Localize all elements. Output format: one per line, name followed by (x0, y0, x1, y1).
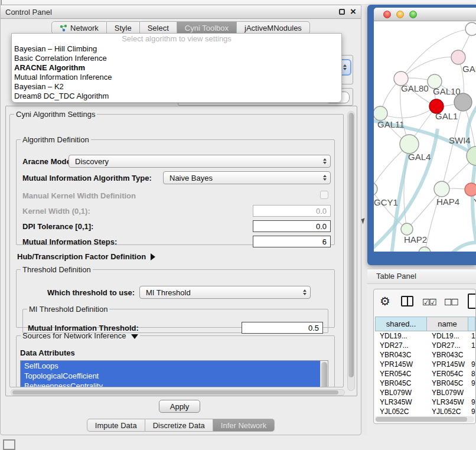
aracne-mode-select[interactable]: Discovery (69, 155, 331, 168)
expand-arrow-icon[interactable] (151, 253, 155, 260)
export-table-icon[interactable] (468, 294, 476, 309)
mi-algorithm-type-select[interactable]: Naive Bayes (163, 171, 331, 184)
network-canvas[interactable]: GALGAL80GAL10GAL1GAL11SWI4GAL4GCY1HAP4YH… (374, 21, 476, 252)
table-cell[interactable]: 8. (468, 369, 475, 379)
select-all-checkboxes-icon[interactable]: ☑☑ (422, 297, 436, 308)
table-cell[interactable]: YBR043C (375, 350, 427, 360)
table-cell[interactable]: YDL19... (427, 331, 468, 341)
list-item-selected[interactable]: SelfLoops (21, 361, 320, 371)
dpi-tolerance-input[interactable] (253, 220, 331, 232)
table-row[interactable]: YDR27...YDR27...12 (375, 341, 475, 350)
dropdown-option[interactable]: Bayesian – K2 (12, 82, 341, 92)
table-row[interactable]: YBR045CYBR045C9. (375, 379, 475, 388)
table-cell[interactable]: YPR145W (427, 360, 468, 369)
network-node[interactable] (374, 182, 377, 195)
table-horizontal-scrollbar[interactable] (375, 416, 474, 422)
network-node[interactable] (374, 106, 387, 120)
table-row[interactable]: YLR345WYLR345W9. (375, 397, 475, 407)
settings-vertical-scrollbar[interactable] (347, 111, 355, 391)
table-cell[interactable]: 9. (468, 397, 475, 407)
table-cell[interactable]: YJL052C (375, 407, 427, 416)
tab-cyni-toolbox[interactable]: Cyni Toolbox (177, 21, 237, 34)
table-cell[interactable]: 13 (468, 331, 475, 341)
table-cell[interactable]: YDL19... (375, 331, 427, 341)
list-scrollbar[interactable] (320, 361, 328, 387)
list-item-selected[interactable]: TopologicalCoefficient (21, 371, 320, 381)
hub-definition-section[interactable]: Hub/Transcription Factor Definition (17, 252, 155, 261)
dropdown-option-selected[interactable]: ARACNE Algorithm (12, 63, 341, 73)
close-traffic-light-icon[interactable] (383, 11, 391, 18)
column-header-clipped[interactable] (468, 317, 475, 331)
settings-horizontal-scrollbar[interactable] (11, 389, 345, 396)
network-node[interactable] (434, 181, 449, 197)
table-cell[interactable] (468, 350, 475, 360)
network-node[interactable] (401, 223, 413, 235)
scrollbar-thumb[interactable] (376, 417, 467, 422)
network-graph[interactable]: GALGAL80GAL10GAL1GAL11SWI4GAL4GCY1HAP4YH… (374, 21, 476, 252)
column-layout-icon[interactable] (401, 296, 413, 306)
table-cell[interactable]: YLR345W (427, 397, 468, 407)
float-window-icon[interactable] (339, 9, 345, 15)
deselect-all-checkboxes-icon[interactable]: ☐☐ (444, 297, 458, 308)
scrollbar-thumb[interactable] (12, 390, 338, 394)
table-cell[interactable]: 12 (468, 341, 475, 350)
floating-panel-icon[interactable] (3, 439, 15, 450)
table-cell[interactable]: YLR345W (375, 397, 427, 407)
dropdown-option[interactable]: Dream8 DC_TDC Algorithm (12, 92, 341, 101)
which-threshold-select[interactable]: MI Threshold (139, 286, 311, 299)
tab-style[interactable]: Style (107, 21, 140, 34)
window-titlebar[interactable] (374, 8, 476, 21)
kernel-width-input[interactable] (253, 205, 331, 217)
data-attributes-list[interactable]: SelfLoops TopologicalCoefficient Between… (20, 360, 328, 387)
table-cell[interactable]: YDR27... (375, 341, 427, 350)
network-edge[interactable] (380, 106, 436, 118)
dropdown-option[interactable]: Bayesian – Hill Climbing (12, 44, 341, 54)
dropdown-option[interactable]: Basic Correlation Inference (12, 54, 341, 63)
zoom-traffic-light-icon[interactable] (409, 11, 417, 18)
network-node[interactable] (465, 22, 476, 35)
tab-discretize-data[interactable]: Discretize Data (145, 419, 213, 432)
table-row[interactable]: YJL052CYJL052C9 (375, 407, 475, 416)
network-edge[interactable] (374, 189, 407, 229)
network-node[interactable] (419, 247, 431, 252)
mi-steps-input[interactable] (253, 236, 331, 247)
table-cell[interactable]: 9. (468, 379, 475, 388)
manual-kernel-width-checkbox[interactable] (320, 191, 328, 199)
column-header-shared-name[interactable]: shared... (375, 317, 427, 331)
close-icon[interactable]: × (350, 6, 356, 18)
network-edge-thick[interactable] (449, 243, 476, 252)
table-cell[interactable]: YPR145W (375, 360, 427, 369)
tab-impute-data[interactable]: Impute Data (87, 419, 145, 432)
dropdown-option[interactable]: Mutual Information Inference (12, 73, 341, 82)
scrollbar-thumb[interactable] (348, 113, 354, 377)
network-node[interactable] (465, 183, 476, 196)
scrollbar-thumb[interactable] (321, 362, 327, 387)
table-row[interactable]: YPR145WYPR145W9. (375, 360, 475, 369)
table-cell[interactable]: YBR045C (427, 379, 468, 388)
tab-select[interactable]: Select (140, 21, 177, 34)
tab-network[interactable]: Network (51, 21, 107, 34)
table-cell[interactable]: 9 (468, 407, 475, 416)
table-row[interactable]: YER054CYER054C8. (375, 369, 475, 379)
collapse-arrow-icon[interactable] (131, 334, 138, 339)
table-cell[interactable]: YBL079W (375, 388, 427, 397)
network-view-window[interactable]: GALGAL80GAL10GAL1GAL11SWI4GAL4GCY1HAP4YH… (367, 5, 476, 265)
settings-gear-icon[interactable]: ⚙ (380, 294, 390, 308)
table-cell[interactable]: YER054C (375, 369, 427, 379)
table-cell[interactable]: YJL052C (427, 407, 468, 416)
table-cell[interactable]: YBL079W (427, 388, 468, 397)
apply-button[interactable]: Apply (159, 400, 200, 413)
table-row[interactable]: YBR043CYBR043C (375, 350, 475, 360)
tab-jactivemnodules[interactable]: jActiveMNodules (237, 21, 310, 34)
table-cell[interactable]: YER054C (427, 369, 468, 379)
table-cell[interactable] (468, 388, 475, 397)
table-row[interactable]: YDL19...YDL19...13 (375, 331, 475, 341)
network-node[interactable] (400, 135, 419, 154)
table-cell[interactable]: YDR27... (427, 341, 468, 350)
table-cell[interactable]: YBR045C (375, 379, 427, 388)
network-node[interactable] (451, 50, 465, 64)
table-cell[interactable]: YBR043C (427, 350, 468, 360)
column-header-name[interactable]: name (427, 317, 468, 331)
table-row[interactable]: YBL079WYBL079W (375, 388, 475, 397)
minimize-traffic-light-icon[interactable] (396, 11, 404, 18)
